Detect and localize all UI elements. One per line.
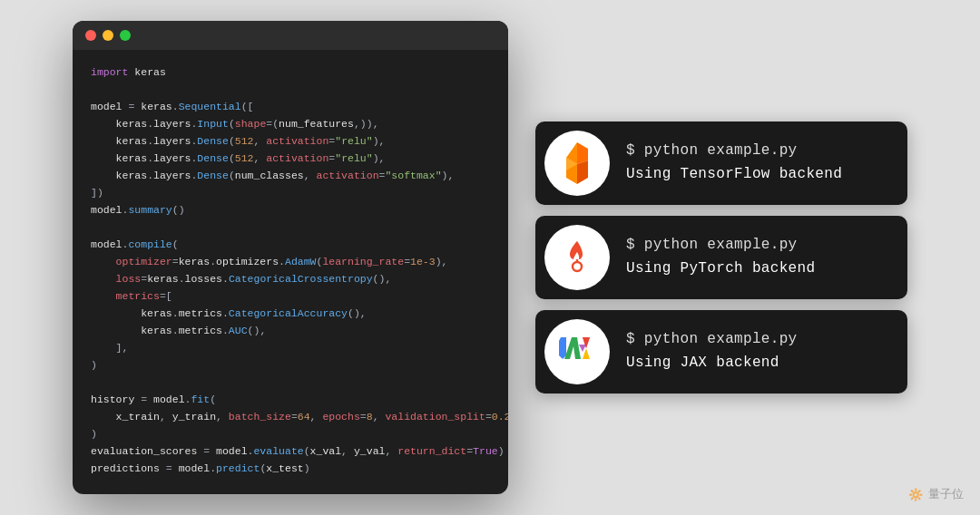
- backend-panels: $ python example.py Using TensorFlow bac…: [535, 121, 907, 394]
- pytorch-panel-text: $ python example.py Using PyTorch backen…: [626, 234, 815, 280]
- tensorflow-icon: [554, 141, 600, 186]
- watermark-icon: 🔆: [908, 488, 923, 501]
- code-content: import keras model = keras.Sequential([ …: [73, 50, 508, 493]
- tensorflow-panel: $ python example.py Using TensorFlow bac…: [535, 121, 907, 205]
- tensorflow-icon-circle: [544, 131, 610, 196]
- maximize-button[interactable]: [120, 30, 131, 41]
- code-editor-window: import keras model = keras.Sequential([ …: [73, 21, 508, 493]
- svg-marker-1: [577, 142, 588, 164]
- watermark: 🔆 量子位: [908, 486, 964, 502]
- jax-panel: $ python example.py Using JAX backend: [535, 310, 907, 394]
- svg-marker-9: [561, 337, 566, 341]
- pytorch-panel: $ python example.py Using PyTorch backen…: [535, 216, 907, 299]
- tensorflow-cmd: $ python example.py: [626, 140, 842, 163]
- tensorflow-desc: Using TensorFlow backend: [626, 163, 842, 187]
- jax-icon-circle: [544, 319, 610, 384]
- watermark-text: 量子位: [928, 486, 964, 502]
- pytorch-icon: [557, 238, 597, 277]
- close-button[interactable]: [85, 30, 96, 41]
- window-titlebar: [73, 21, 508, 50]
- jax-icon: [554, 328, 601, 375]
- minimize-button[interactable]: [103, 30, 113, 41]
- jax-desc: Using JAX backend: [626, 352, 798, 375]
- svg-marker-10: [564, 337, 581, 359]
- svg-marker-12: [583, 348, 590, 359]
- pytorch-cmd: $ python example.py: [626, 234, 815, 258]
- jax-panel-text: $ python example.py Using JAX backend: [626, 328, 798, 374]
- pytorch-icon-circle: [544, 225, 610, 290]
- svg-marker-14: [579, 345, 586, 352]
- svg-marker-3: [577, 160, 588, 184]
- pytorch-desc: Using PyTorch backend: [626, 258, 815, 281]
- tensorflow-panel-text: $ python example.py Using TensorFlow bac…: [626, 140, 842, 186]
- jax-cmd: $ python example.py: [626, 328, 798, 352]
